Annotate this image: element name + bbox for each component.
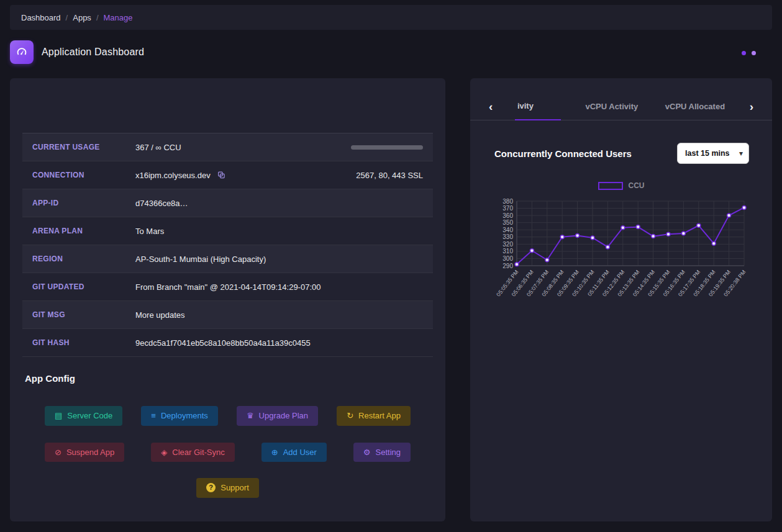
- copy-icon: [217, 171, 225, 179]
- app-id-value: d74366ce8a…: [135, 199, 188, 208]
- carousel-dot-2[interactable]: [752, 51, 756, 55]
- arena-plan-value: To Mars: [135, 227, 164, 236]
- git-sync-icon: ◈: [161, 448, 167, 458]
- setting-button[interactable]: ⚙ Setting: [353, 443, 411, 462]
- activity-tabs: ‹ ivity vCPU Activity vCPU Allocated ›: [470, 93, 772, 120]
- table-row-connection: CONNECTION x16ipm.colyseus.dev 2567, 80,…: [22, 161, 433, 189]
- svg-text:340: 340: [502, 227, 513, 233]
- upgrade-plan-button[interactable]: ♛ Upgrade Plan: [237, 406, 318, 426]
- breadcrumb-separator: /: [96, 13, 99, 22]
- row-label-git-hash: GIT HASH: [32, 338, 135, 347]
- breadcrumb: Dashboard / Apps / Manage: [10, 5, 772, 30]
- usage-progress-bar: [351, 145, 423, 150]
- time-range-select[interactable]: last 15 mins: [677, 143, 749, 164]
- clear-git-sync-button[interactable]: ◈ Clear Git-Sync: [151, 443, 235, 462]
- add-user-icon: ⊕: [271, 448, 278, 458]
- breadcrumb-item-dashboard[interactable]: Dashboard: [21, 13, 61, 22]
- git-updated-value: From Branch "main" @ 2021-04-14T09:14:29…: [135, 282, 321, 292]
- carousel-dot-1[interactable]: [742, 51, 746, 55]
- svg-text:350: 350: [502, 219, 513, 226]
- legend-swatch-ccu: [598, 182, 623, 190]
- svg-text:320: 320: [502, 241, 513, 248]
- support-button[interactable]: ? Support: [196, 478, 259, 498]
- row-label-app-id: APP-ID: [32, 199, 135, 207]
- legend-label-ccu: CCU: [629, 181, 645, 190]
- server-code-button[interactable]: ▤ Server Code: [45, 406, 122, 426]
- connection-ports: 2567, 80, 443 SSL: [356, 171, 423, 180]
- row-label-git-msg: GIT MSG: [32, 310, 135, 319]
- svg-text:290: 290: [502, 263, 513, 269]
- current-usage-value: 367 / ∞ CCU: [135, 143, 181, 152]
- gear-icon: ⚙: [363, 448, 371, 458]
- server-code-icon: ▤: [55, 411, 62, 421]
- chart-title: Concurrently Connected Users: [494, 148, 632, 159]
- row-label-arena-plan: ARENA PLAN: [32, 227, 135, 235]
- app-config-buttons-row-1: ▤ Server Code ≡ Deployments ♛ Upgrade Pl…: [22, 406, 433, 426]
- support-row: ? Support: [22, 478, 433, 498]
- table-row-arena-plan: ARENA PLAN To Mars: [22, 217, 433, 245]
- row-label-connection: CONNECTION: [32, 171, 135, 179]
- svg-text:300: 300: [502, 255, 513, 262]
- row-label-git-updated: GIT UPDATED: [32, 282, 135, 291]
- table-row-git-updated: GIT UPDATED From Branch "main" @ 2021-04…: [22, 273, 433, 301]
- tab-vcpu-activity[interactable]: vCPU Activity: [583, 93, 640, 120]
- restart-icon: ↻: [347, 411, 353, 421]
- chart-legend: CCU: [470, 181, 772, 190]
- ccu-line-chart: 29030031032033034035036037038005:05:35 P…: [487, 192, 755, 312]
- table-row-current-usage: CURRENT USAGE 367 / ∞ CCU: [22, 133, 433, 161]
- tab-vcpu-allocated[interactable]: vCPU Allocated: [663, 93, 727, 120]
- tab-ccu-activity[interactable]: ivity: [515, 93, 561, 120]
- breadcrumb-separator: /: [66, 13, 68, 22]
- breadcrumb-item-apps[interactable]: Apps: [73, 13, 91, 22]
- app-info-card: CURRENT USAGE 367 / ∞ CCU CONNECTION x16…: [10, 78, 445, 521]
- ccu-chart-container: 29030031032033034035036037038005:05:35 P…: [487, 192, 755, 314]
- help-icon: ?: [206, 483, 216, 492]
- app-config-title: App Config: [25, 373, 433, 384]
- row-label-current-usage: CURRENT USAGE: [32, 143, 135, 151]
- svg-text:380: 380: [502, 198, 513, 205]
- crown-icon: ♛: [247, 411, 254, 421]
- time-range-select-wrap: last 15 mins: [677, 143, 749, 164]
- app-config-buttons-row-2: ⊘ Suspend App ◈ Clear Git-Sync ⊕ Add Use…: [22, 443, 433, 462]
- table-row-region: REGION AP-South-1 Mumbai (High Capacity): [22, 245, 433, 273]
- row-label-region: REGION: [32, 255, 135, 263]
- connection-host: x16ipm.colyseus.dev: [135, 171, 211, 180]
- chart-header: Concurrently Connected Users last 15 min…: [494, 143, 749, 164]
- page-header: Application Dashboard: [10, 40, 772, 65]
- info-table: CURRENT USAGE 367 / ∞ CCU CONNECTION x16…: [22, 133, 433, 357]
- tabs-prev-button[interactable]: ‹: [489, 101, 493, 112]
- svg-text:310: 310: [502, 248, 513, 255]
- page-title: Application Dashboard: [42, 47, 144, 58]
- deployments-icon: ≡: [151, 411, 156, 421]
- region-value: AP-South-1 Mumbai (High Capacity): [135, 255, 266, 264]
- add-user-button[interactable]: ⊕ Add User: [261, 443, 327, 462]
- suspend-app-button[interactable]: ⊘ Suspend App: [45, 443, 124, 462]
- restart-app-button[interactable]: ↻ Restart App: [337, 406, 411, 426]
- svg-text:370: 370: [502, 205, 513, 212]
- breadcrumb-item-manage[interactable]: Manage: [104, 13, 133, 22]
- svg-text:330: 330: [502, 233, 513, 240]
- deployments-button[interactable]: ≡ Deployments: [141, 406, 217, 426]
- table-row-app-id: APP-ID d74366ce8a…: [22, 189, 433, 217]
- main-content: CURRENT USAGE 367 / ∞ CCU CONNECTION x16…: [10, 78, 772, 521]
- git-hash-value: 9ecdc5a1f7041eb5c8a10e8bb50a4a11a39c0455: [135, 338, 311, 348]
- table-row-git-hash: GIT HASH 9ecdc5a1f7041eb5c8a10e8bb50a4a1…: [22, 329, 433, 357]
- git-msg-value: More updates: [135, 310, 185, 320]
- copy-button[interactable]: [216, 169, 227, 181]
- table-row-git-msg: GIT MSG More updates: [22, 301, 433, 329]
- activity-card: ‹ ivity vCPU Activity vCPU Allocated › C…: [470, 78, 772, 521]
- svg-text:360: 360: [502, 212, 513, 219]
- suspend-icon: ⊘: [55, 448, 61, 458]
- tabs-next-button[interactable]: ›: [750, 101, 753, 112]
- carousel-dots: [742, 51, 756, 55]
- dashboard-gauge-icon: [10, 40, 34, 64]
